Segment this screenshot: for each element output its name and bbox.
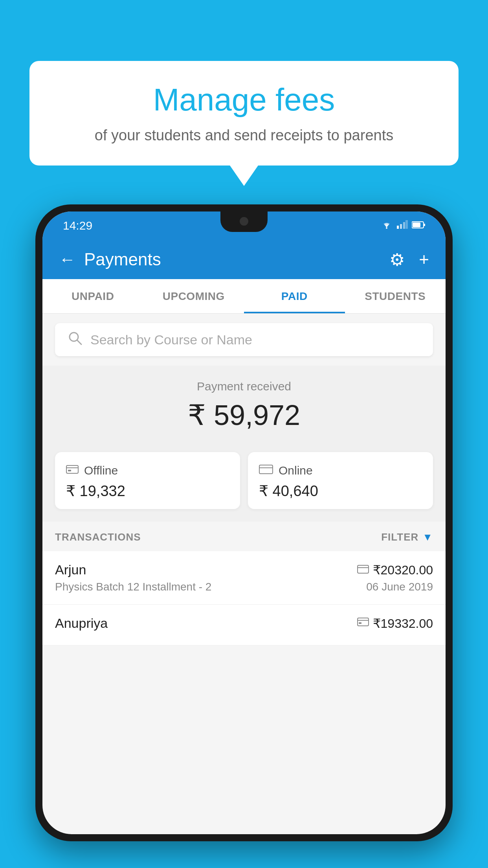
back-button[interactable]: ← [59, 251, 75, 268]
tab-students[interactable]: STUDENTS [345, 279, 446, 313]
svg-rect-10 [66, 465, 78, 473]
transactions-header: TRANSACTIONS FILTER ▼ [42, 522, 446, 551]
status-icons [380, 220, 425, 231]
tabs-bar: UNPAID UPCOMING PAID STUDENTS [42, 279, 446, 314]
offline-card: Offline ₹ 19,332 [55, 452, 240, 509]
offline-card-header: Offline [66, 463, 229, 478]
transaction-item-anupriya[interactable]: Anupriya ₹19332.00 [42, 605, 446, 645]
battery-icon [412, 220, 425, 231]
filter-button[interactable]: FILTER ▼ [381, 531, 433, 543]
search-container: Search by Course or Name [42, 314, 446, 366]
settings-icon[interactable]: ⚙ [389, 250, 405, 270]
transaction-course: Physics Batch 12 Installment - 2 [55, 581, 211, 593]
tab-paid[interactable]: PAID [244, 279, 345, 313]
phone-frame: 14:29 [35, 204, 453, 841]
svg-rect-6 [424, 224, 425, 226]
svg-rect-7 [413, 223, 420, 227]
signal-icon [397, 220, 408, 231]
search-bar[interactable]: Search by Course or Name [55, 323, 433, 356]
wifi-icon [380, 220, 393, 231]
tab-unpaid[interactable]: UNPAID [42, 279, 143, 313]
transaction-row-bottom: Physics Batch 12 Installment - 2 06 June… [55, 581, 433, 593]
payment-cards: Offline ₹ 19,332 Online ₹ 4 [42, 443, 446, 522]
header-left: ← Payments [59, 250, 161, 269]
bubble-title: Manage fees [53, 83, 435, 117]
bubble-subtitle: of your students and send receipts to pa… [53, 125, 435, 146]
svg-rect-4 [405, 220, 408, 229]
online-card: Online ₹ 40,640 [248, 452, 433, 509]
camera-dot [240, 217, 248, 226]
tab-upcoming[interactable]: UPCOMING [143, 279, 244, 313]
speech-bubble: Manage fees of your students and send re… [29, 61, 459, 166]
phone-container: 14:29 [35, 204, 453, 868]
transaction-amount-wrapper: ₹20320.00 [357, 563, 433, 577]
search-icon [68, 331, 83, 349]
svg-rect-14 [358, 618, 369, 626]
online-payment-icon [357, 564, 369, 576]
svg-rect-12 [259, 465, 273, 474]
search-placeholder: Search by Course or Name [90, 332, 252, 348]
transaction-item-arjun[interactable]: Arjun ₹20320.00 Physics Batch 12 Install… [42, 551, 446, 605]
filter-icon: ▼ [422, 531, 433, 543]
payment-summary: Payment received ₹ 59,972 [42, 366, 446, 443]
transaction-row-top-2: Anupriya ₹19332.00 [55, 616, 433, 631]
online-icon [259, 463, 273, 478]
online-card-header: Online [259, 463, 422, 478]
svg-rect-3 [403, 222, 405, 229]
offline-payment-icon [357, 617, 369, 630]
svg-rect-13 [358, 565, 369, 573]
transaction-amount-wrapper-2: ₹19332.00 [357, 616, 433, 631]
online-label: Online [279, 464, 313, 477]
transaction-amount: ₹20320.00 [373, 563, 433, 577]
transaction-date: 06 June 2019 [366, 581, 433, 593]
svg-rect-11 [68, 470, 71, 471]
app-header: ← Payments ⚙ + [42, 240, 446, 279]
transaction-name-2: Anupriya [55, 616, 108, 631]
payment-label: Payment received [55, 380, 433, 393]
add-icon[interactable]: + [419, 250, 429, 269]
payment-amount: ₹ 59,972 [55, 399, 433, 432]
status-bar: 14:29 [42, 211, 446, 240]
transaction-name: Arjun [55, 562, 86, 577]
svg-point-0 [386, 227, 387, 229]
online-amount: ₹ 40,640 [259, 482, 422, 500]
status-time: 14:29 [63, 219, 92, 232]
transactions-label: TRANSACTIONS [55, 531, 141, 543]
svg-rect-1 [397, 226, 399, 229]
header-right: ⚙ + [389, 250, 429, 270]
svg-line-9 [77, 340, 81, 344]
offline-icon [66, 463, 79, 478]
header-title: Payments [84, 250, 161, 269]
transaction-row-top: Arjun ₹20320.00 [55, 562, 433, 577]
transaction-amount-2: ₹19332.00 [373, 616, 433, 631]
offline-amount: ₹ 19,332 [66, 482, 229, 500]
svg-rect-15 [359, 622, 361, 624]
phone-screen: 14:29 [42, 211, 446, 834]
svg-rect-2 [400, 224, 402, 229]
offline-label: Offline [84, 464, 118, 477]
notch [220, 211, 268, 232]
